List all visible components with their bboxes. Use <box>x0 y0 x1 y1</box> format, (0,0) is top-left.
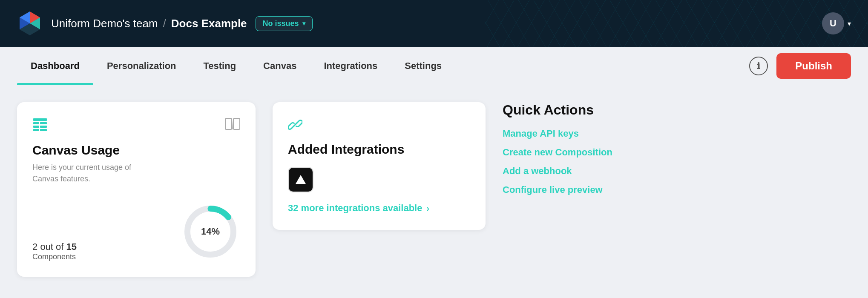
nav-tabs: Dashboard Personalization Testing Canvas… <box>17 47 455 85</box>
main-grid: Canvas Usage Here is your current usage … <box>0 85 868 277</box>
breadcrumb-separator: / <box>163 17 166 30</box>
more-integrations-arrow-icon: › <box>426 203 429 213</box>
no-issues-label: No issues <box>263 19 299 28</box>
main-content: Canvas Usage Here is your current usage … <box>0 85 868 298</box>
vercel-icon <box>288 167 313 192</box>
svg-rect-10 <box>33 129 39 131</box>
svg-rect-8 <box>33 122 39 124</box>
svg-rect-15 <box>233 118 240 129</box>
svg-rect-9 <box>33 126 39 128</box>
tab-canvas[interactable]: Canvas <box>250 47 310 85</box>
action-create-composition[interactable]: Create new Composition <box>503 147 851 158</box>
usage-count-text: 2 out of 15 <box>32 241 77 252</box>
nav-right: ℹ Publish <box>749 53 851 79</box>
svg-rect-13 <box>40 129 47 131</box>
integrations-card-header <box>288 117 470 135</box>
svg-rect-14 <box>225 118 232 129</box>
link-icon <box>288 117 302 135</box>
tab-personalization[interactable]: Personalization <box>93 47 190 85</box>
canvas-card-bottom: 2 out of 15 Components 14 <box>32 202 240 261</box>
canvas-usage-title: Canvas Usage <box>32 143 240 158</box>
integrations-card: Added Integrations 32 more integrations … <box>273 102 486 230</box>
svg-rect-7 <box>33 118 47 121</box>
svg-rect-11 <box>40 122 47 124</box>
canvas-book-icon <box>225 117 240 133</box>
no-issues-badge[interactable]: No issues ▾ <box>256 16 313 31</box>
header-left: Uniform Demo's team / Docs Example No is… <box>17 11 822 36</box>
usage-donut-chart: 14% <box>181 202 240 261</box>
svg-marker-20 <box>296 175 306 184</box>
action-manage-api-keys[interactable]: Manage API keys <box>503 128 851 139</box>
team-name: Uniform Demo's team <box>51 17 158 30</box>
user-menu[interactable]: U ▾ <box>822 12 851 34</box>
navbar: Dashboard Personalization Testing Canvas… <box>0 47 868 85</box>
user-chevron-icon: ▾ <box>848 20 851 28</box>
action-configure-preview[interactable]: Configure live preview <box>503 184 851 195</box>
canvas-usage-desc: Here is your current usage of Canvas fea… <box>32 162 135 185</box>
integration-icons <box>288 167 470 192</box>
more-integrations-label: 32 more integrations available <box>288 203 422 214</box>
donut-percentage-label: 14% <box>201 226 220 237</box>
usage-stats: 2 out of 15 Components <box>32 241 77 261</box>
svg-rect-12 <box>40 126 47 128</box>
integrations-title: Added Integrations <box>288 142 470 157</box>
more-integrations-link[interactable]: 32 more integrations available › <box>288 203 470 214</box>
header: Uniform Demo's team / Docs Example No is… <box>0 0 868 47</box>
tab-testing[interactable]: Testing <box>190 47 250 85</box>
logo[interactable] <box>17 11 43 36</box>
tab-dashboard[interactable]: Dashboard <box>17 47 93 85</box>
breadcrumb: Uniform Demo's team / Docs Example <box>51 17 247 30</box>
quick-actions: Quick Actions Manage API keys Create new… <box>503 102 851 203</box>
user-initial: U <box>830 18 836 29</box>
canvas-usage-card: Canvas Usage Here is your current usage … <box>17 102 256 277</box>
info-icon: ℹ <box>757 61 760 71</box>
quick-actions-title: Quick Actions <box>503 102 851 118</box>
project-name: Docs Example <box>171 17 247 30</box>
usage-label: Components <box>32 252 77 261</box>
no-issues-chevron-icon: ▾ <box>302 20 305 27</box>
canvas-table-icon <box>32 117 48 136</box>
tab-settings[interactable]: Settings <box>391 47 455 85</box>
avatar[interactable]: U <box>822 12 844 34</box>
tab-integrations[interactable]: Integrations <box>310 47 391 85</box>
publish-button[interactable]: Publish <box>776 53 851 79</box>
action-add-webhook[interactable]: Add a webhook <box>503 166 851 177</box>
info-button[interactable]: ℹ <box>749 57 768 75</box>
canvas-card-header <box>32 117 240 136</box>
